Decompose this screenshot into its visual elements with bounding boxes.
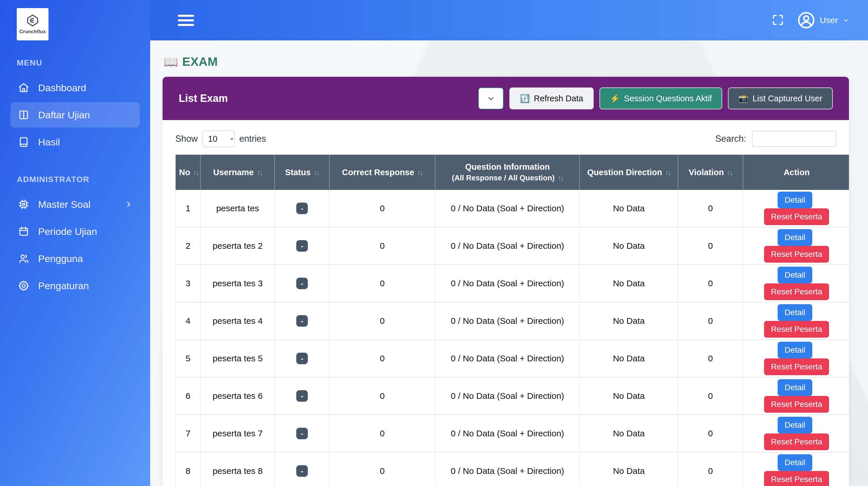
sidebar-item-pengguna[interactable]: Pengguna — [10, 246, 140, 271]
table-row: 8 peserta tes 8 - 0 0 / No Data (Soal + … — [176, 452, 849, 486]
book-icon — [18, 136, 29, 148]
header-no[interactable]: No↑↓ — [176, 155, 200, 190]
collapse-toggle-button[interactable] — [478, 88, 504, 109]
cell-correct-response: 0 — [330, 415, 435, 452]
reset-peserta-button[interactable]: Reset Peserta — [764, 396, 829, 413]
list-captured-user-button[interactable]: 📸 List Captured User — [728, 88, 833, 109]
sidebar: Crunchflux MENU Dashboard Daftar Ujian H… — [0, 0, 150, 486]
table-row: 1 peserta tes - 0 0 / No Data (Soal + Di… — [176, 190, 849, 227]
lightning-icon: ⚡ — [610, 94, 620, 103]
cell-no: 7 — [176, 415, 200, 452]
brand-name: Crunchflux — [19, 29, 46, 35]
sidebar-item-daftar-ujian[interactable]: Daftar Ujian — [10, 102, 140, 128]
cell-no: 2 — [176, 227, 200, 265]
cpu-icon — [18, 199, 29, 210]
sort-icon: ↑↓ — [193, 168, 199, 176]
reset-peserta-button[interactable]: Reset Peserta — [764, 358, 829, 375]
cell-no: 1 — [176, 190, 200, 227]
camera-icon: 📸 — [738, 94, 748, 103]
reset-peserta-button[interactable]: Reset Peserta — [764, 433, 829, 450]
table-row: 3 peserta tes 3 - 0 0 / No Data (Soal + … — [176, 265, 849, 302]
header-correct-response[interactable]: Correct Response↑↓ — [330, 155, 435, 190]
chevron-right-icon — [125, 201, 132, 208]
fullscreen-icon[interactable] — [771, 13, 784, 27]
cell-username: peserta tes 8 — [200, 452, 275, 486]
search-input[interactable] — [752, 131, 836, 147]
book-emoji-icon: 📖 — [164, 55, 178, 69]
cell-action: Detail Reset Peserta — [743, 190, 849, 227]
sidebar-item-label: Pengguna — [38, 253, 83, 264]
cell-username: peserta tes 3 — [200, 265, 275, 302]
table-row: 7 peserta tes 7 - 0 0 / No Data (Soal + … — [176, 415, 849, 452]
cell-action: Detail Reset Peserta — [743, 265, 849, 302]
sidebar-item-master-soal[interactable]: Master Soal — [10, 192, 140, 217]
reset-peserta-button[interactable]: Reset Peserta — [764, 246, 829, 263]
detail-button[interactable]: Detail — [778, 454, 812, 471]
session-questions-button[interactable]: ⚡ Session Questions Aktif — [599, 88, 722, 109]
detail-button[interactable]: Detail — [778, 192, 812, 208]
status-badge: - — [296, 390, 308, 402]
table-row: 2 peserta tes 2 - 0 0 / No Data (Soal + … — [176, 227, 849, 265]
cell-username: peserta tes 7 — [200, 415, 275, 452]
gear-icon — [18, 280, 29, 291]
sidebar-item-label: Master Soal — [38, 199, 90, 210]
cell-correct-response: 0 — [330, 302, 435, 340]
list-exam-card: List Exam 🔃 Refresh Data ⚡ — [162, 77, 849, 486]
status-badge: - — [296, 353, 308, 364]
brand-logo[interactable]: Crunchflux — [17, 8, 49, 40]
sidebar-item-hasil[interactable]: Hasil — [10, 129, 140, 155]
header-question-direction[interactable]: Question Direction↑↓ — [580, 155, 678, 190]
header-violation[interactable]: Violation↑↓ — [678, 155, 743, 190]
status-badge: - — [296, 278, 308, 289]
reset-peserta-button[interactable]: Reset Peserta — [764, 321, 829, 338]
cell-status: - — [275, 265, 329, 302]
detail-button[interactable]: Detail — [778, 379, 812, 396]
sidebar-item-dashboard[interactable]: Dashboard — [10, 75, 140, 100]
reset-peserta-button[interactable]: Reset Peserta — [764, 208, 829, 225]
cell-question-information: 0 / No Data (Soal + Direction) — [435, 265, 580, 302]
cell-no: 3 — [176, 265, 200, 302]
sidebar-item-pengaturan[interactable]: Pengaturan — [10, 273, 140, 298]
detail-button[interactable]: Detail — [778, 304, 812, 321]
cell-question-direction: No Data — [580, 302, 678, 340]
reset-peserta-button[interactable]: Reset Peserta — [764, 471, 829, 486]
sidebar-admin-label: ADMINISTRATOR — [17, 175, 140, 184]
cell-status: - — [275, 415, 329, 452]
header-username[interactable]: Username↑↓ — [200, 155, 275, 190]
cell-violation: 0 — [678, 302, 743, 340]
cell-question-direction: No Data — [580, 265, 678, 302]
hamburger-menu-icon[interactable] — [178, 12, 194, 29]
header-question-information[interactable]: Question Information (All Response / All… — [435, 155, 580, 190]
cell-question-direction: No Data — [580, 227, 678, 265]
sort-icon: ↑↓ — [257, 168, 262, 176]
detail-button[interactable]: Detail — [778, 342, 812, 358]
reset-peserta-button[interactable]: Reset Peserta — [764, 283, 829, 300]
cell-status: - — [275, 452, 329, 486]
detail-button[interactable]: Detail — [778, 267, 812, 283]
chevron-down-icon — [487, 94, 495, 102]
detail-button[interactable]: Detail — [778, 417, 812, 433]
cell-question-information: 0 / No Data (Soal + Direction) — [435, 227, 580, 265]
chevron-down-icon — [843, 17, 849, 24]
cell-question-information: 0 / No Data (Soal + Direction) — [435, 190, 580, 227]
detail-button[interactable]: Detail — [778, 229, 812, 246]
cell-violation: 0 — [678, 452, 743, 486]
cell-question-direction: No Data — [580, 415, 678, 452]
table-controls: Show 10 entries Search: — [162, 129, 849, 155]
sort-icon: ↑↓ — [417, 168, 423, 176]
user-menu[interactable]: User — [797, 11, 849, 29]
cell-status: - — [275, 340, 329, 377]
cell-no: 6 — [176, 377, 200, 415]
refresh-data-button[interactable]: 🔃 Refresh Data — [509, 88, 594, 109]
home-icon — [18, 82, 29, 94]
status-badge: - — [296, 315, 308, 327]
page-length-select[interactable]: 10 — [203, 130, 235, 147]
sidebar-item-periode-ujian[interactable]: Pengguna Periode Ujian — [10, 219, 140, 244]
table-row: 5 peserta tes 5 - 0 0 / No Data (Soal + … — [176, 340, 849, 377]
card-title: List Exam — [179, 92, 228, 104]
show-label: Show — [175, 134, 198, 144]
cell-action: Detail Reset Peserta — [743, 340, 849, 377]
table-row: 6 peserta tes 6 - 0 0 / No Data (Soal + … — [176, 377, 849, 415]
header-status[interactable]: Status↑↓ — [275, 155, 329, 190]
sort-icon: ↑↓ — [727, 168, 732, 176]
